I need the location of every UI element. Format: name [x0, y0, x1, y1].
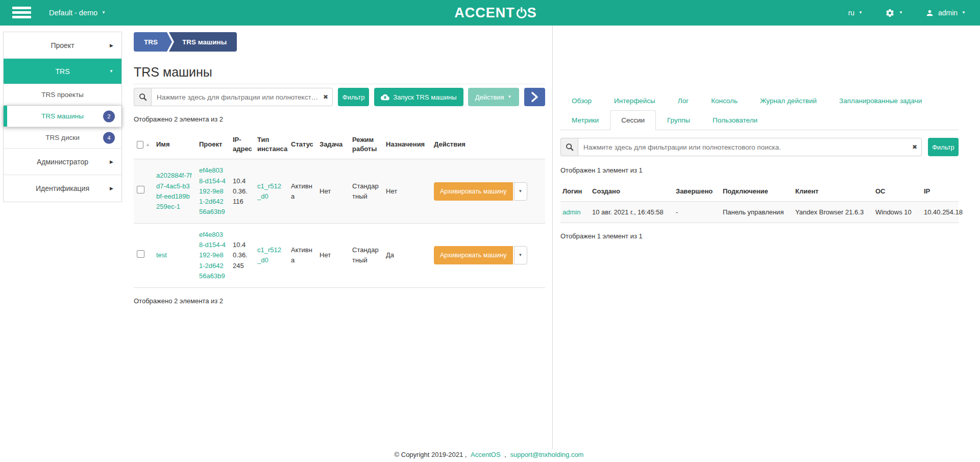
sidebar-item-label: Администратор [37, 158, 88, 166]
column-header-ip: IP-адрес [230, 130, 254, 159]
settings-menu[interactable]: ▼ [885, 8, 903, 18]
accentos-logo: ACCENT S [454, 0, 537, 26]
hamburger-menu-icon[interactable] [12, 7, 31, 18]
sidebar-item-trs-machines[interactable]: TRS машины 2 [4, 106, 121, 127]
column-header-flavor: Тип инстанса [254, 130, 288, 159]
tab-users[interactable]: Пользователи [701, 110, 769, 130]
machine-task: Нет [316, 224, 349, 288]
sessions-search: ✖ [560, 138, 922, 156]
column-header-project: Проект [196, 130, 230, 159]
session-login-link[interactable]: admin [562, 208, 580, 216]
row-actions-dropdown[interactable]: ▼ [514, 182, 527, 201]
select-all-checkbox[interactable] [137, 141, 143, 149]
sidebar-item-trs[interactable]: TRS ▼ [4, 59, 121, 84]
machine-assignments: Нет [383, 159, 431, 224]
machine-row: test ef4e8038-d154-4192-9e81-2d64256a63b… [134, 224, 545, 288]
tab-interfaces[interactable]: Интерфейсы [603, 91, 667, 111]
sidebar-item-label: TRS машины [41, 112, 84, 120]
machines-count-top: Отображено 2 элемента из 2 [134, 115, 545, 123]
details-tabs: Обзор Интерфейсы Лог Консоль Журнал дейс… [560, 91, 959, 130]
sidebar-item-identity[interactable]: Идентификация ▶ [4, 175, 121, 202]
session-connection: Панель управления [721, 202, 793, 223]
tab-groups[interactable]: Группы [656, 110, 701, 130]
sidebar-item-project[interactable]: Проект ▶ [4, 32, 121, 59]
clear-search-icon[interactable]: ✖ [912, 144, 917, 150]
sessions-search-input[interactable] [578, 138, 922, 156]
archive-machine-button[interactable]: Архивировать машину [434, 182, 513, 201]
language-label: ru [848, 9, 854, 17]
tab-metrics[interactable]: Метрики [560, 110, 610, 130]
clear-search-icon[interactable]: ✖ [323, 94, 328, 100]
count-badge: 2 [103, 110, 115, 122]
column-header-os: ОС [873, 184, 922, 202]
column-header-ip: IP [922, 184, 959, 202]
launch-machine-button[interactable]: Запуск TRS машины [374, 88, 463, 106]
machine-task: Нет [316, 159, 349, 224]
tab-scheduled-tasks[interactable]: Запланированные задачи [828, 91, 933, 111]
sidebar-item-admin[interactable]: Администратор ▶ [4, 149, 121, 175]
actions-dropdown-button[interactable]: Действия ▼ [468, 88, 519, 106]
brand-link[interactable]: AccentOS [471, 451, 501, 458]
tab-log[interactable]: Лог [667, 91, 700, 111]
search-icon [560, 138, 578, 156]
sessions-count-top: Отображен 1 элемент из 1 [560, 166, 959, 174]
sessions-filter-button[interactable]: Фильтр [928, 138, 959, 156]
machines-count-bottom: Отображено 2 элемента из 2 [134, 297, 545, 305]
machines-search-input[interactable] [151, 88, 333, 106]
user-icon [925, 9, 934, 17]
power-icon [516, 6, 527, 20]
sidebar-item-label: Проект [51, 41, 74, 50]
tab-overview[interactable]: Обзор [560, 91, 603, 111]
next-page-button[interactable] [524, 88, 545, 106]
sort-asc-icon[interactable]: ▲ [145, 141, 150, 148]
project-selector[interactable]: Default - demo ▼ [49, 0, 106, 26]
row-checkbox[interactable] [137, 250, 144, 258]
machines-search: ✖ [134, 88, 333, 106]
machines-table: ▲ Имя Проект IP-адрес Тип инстанса Стату… [134, 130, 545, 288]
row-checkbox[interactable] [137, 186, 144, 193]
machine-row: a202884f-7fd7-4ac5-b3bf-eed189b259ec-1 e… [134, 159, 545, 224]
machine-flavor-link[interactable]: c1_r512_d0 [257, 246, 281, 264]
chevron-right-icon: ▶ [110, 159, 113, 164]
chevron-down-icon: ▼ [508, 95, 512, 99]
sidebar-item-label: TRS диски [45, 134, 79, 141]
machine-mode: Стандартный [349, 159, 383, 224]
machine-ip: 10.40.36.245 [230, 224, 254, 288]
archive-machine-button[interactable]: Архивировать машину [434, 246, 513, 264]
footer-separator: , [504, 451, 506, 458]
sidebar-item-label: TRS проекты [41, 91, 84, 99]
panel-divider [552, 26, 553, 449]
sessions-table: Логин Создано Завершено Подключение Клие… [560, 184, 959, 223]
page-title: TRS машины [134, 65, 545, 80]
column-header-status: Статус [288, 130, 316, 159]
language-selector[interactable]: ru ▼ [848, 9, 863, 17]
cloud-upload-icon [381, 93, 389, 102]
breadcrumb-root[interactable]: TRS [134, 32, 165, 52]
machine-ip: 10.40.36.116 [230, 159, 254, 224]
copyright-text: © Copyright 2019-2021 , [395, 451, 467, 458]
chevron-right-icon: ▶ [110, 186, 113, 191]
user-menu[interactable]: admin ▼ [925, 9, 966, 17]
tab-console[interactable]: Консоль [700, 91, 749, 111]
launch-machine-label: Запуск TRS машины [393, 93, 456, 101]
filter-button[interactable]: Фильтр [338, 88, 369, 106]
column-header-assignments: Назначения [383, 130, 431, 159]
tab-action-log[interactable]: Журнал действий [749, 91, 828, 111]
column-header-connection: Подключение [721, 184, 793, 202]
sidebar-item-trs-projects[interactable]: TRS проекты [4, 84, 121, 106]
topbar-right-controls: ru ▼ ▼ admin ▼ [848, 0, 966, 26]
column-header-login: Логин [560, 184, 590, 202]
machine-name-link[interactable]: a202884f-7fd7-4ac5-b3bf-eed189b259ec-1 [156, 172, 191, 210]
breadcrumb-current: TRS машины [175, 32, 237, 52]
machine-flavor-link[interactable]: c1_r512_d0 [257, 182, 281, 200]
machine-name-link[interactable]: test [156, 251, 167, 259]
support-email-link[interactable]: support@tnxholding.com [510, 451, 583, 458]
session-client: Yandex Browser 21.6.3 [793, 202, 873, 223]
tab-sessions[interactable]: Сессии [610, 110, 656, 130]
machine-project-link[interactable]: ef4e8038-d154-4192-9e81-2d64256a63b9 [199, 231, 226, 280]
chevron-right-icon [529, 91, 540, 103]
chevron-down-icon: ▼ [102, 11, 106, 15]
machine-project-link[interactable]: ef4e8038-d154-4192-9e81-2d64256a63b9 [199, 166, 226, 215]
sidebar-item-trs-disks[interactable]: TRS диски 4 [4, 127, 121, 149]
row-actions-dropdown[interactable]: ▼ [514, 246, 527, 264]
